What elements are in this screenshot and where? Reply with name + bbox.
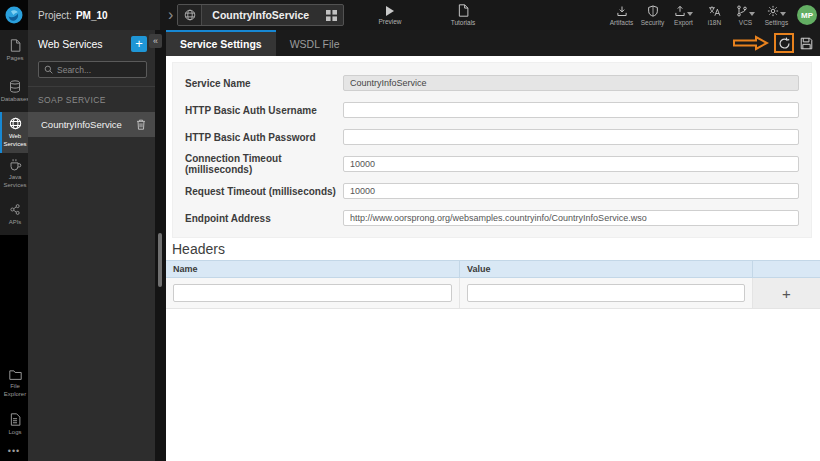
topbar-actions: Artifacts Security Export [606,0,820,30]
service-name-label: Service Name [185,78,343,89]
sidebar-item-logs[interactable]: Logs [0,404,28,445]
annotation-arrow-icon [733,35,769,51]
add-header-button[interactable]: + [780,286,793,301]
request-timeout-input[interactable] [343,183,799,199]
vcs-button[interactable]: VCS [730,0,761,30]
sidebar-item-java-services[interactable]: Java Services [0,153,28,194]
tab-wsdl-file[interactable]: WSDL File [276,30,354,56]
http-basic-auth-username-label: HTTP Basic Auth Username [185,105,343,116]
tutorials-label: Tutorials [451,19,476,26]
sidebar-item-web-services[interactable]: Web Services [0,112,28,153]
i18n-label: i18N [708,19,721,26]
service-settings-content: Service Name HTTP Basic Auth Username HT… [166,56,820,461]
add-service-button[interactable]: + [131,36,147,52]
soap-service-section-label: SOAP SERVICE [28,86,155,112]
artifacts-button[interactable]: Artifacts [606,0,637,30]
download-icon [616,5,628,17]
headers-col-name: Name [166,261,460,278]
translate-icon [708,5,721,17]
header-name-input[interactable] [173,284,452,302]
wavemaker-logo-icon [5,6,23,24]
form-row: HTTP Basic Auth Username [185,97,799,123]
web-services-panel: Web Services + SOAP SERVICE CountryInfoS… [28,30,155,461]
service-item-name: CountryInfoService [41,119,136,130]
preview-button[interactable]: Preview [366,0,414,30]
sidebar-item-databases[interactable]: Databases [0,71,28,112]
service-name-input[interactable] [343,75,799,91]
caret-down-icon [749,12,755,16]
refresh-icon [778,37,791,50]
headers-section-title: Headers [172,241,225,257]
chevron-right-icon: › [168,6,173,24]
sidebar-item-file-explorer[interactable]: File Explorer [0,363,28,404]
vcs-label: VCS [739,19,752,26]
play-icon [386,6,394,16]
header-value-input[interactable] [467,284,745,302]
rail-spacer [0,235,28,363]
search-input[interactable] [57,65,141,75]
service-search[interactable] [38,61,147,78]
rail-label: APIs [9,219,22,227]
tutorials-button[interactable]: Tutorials [438,0,488,30]
form-row: Service Name [185,70,799,96]
rail-label: File Explorer [3,383,27,398]
artifacts-label: Artifacts [610,19,633,26]
caret-down-icon [687,12,693,16]
endpoint-address-input[interactable] [343,210,799,226]
connection-timeout-label: Connection Timeout (milliseconds) [185,153,343,175]
service-settings-form: Service Name HTTP Basic Auth Username HT… [172,62,812,238]
rail-label: Databases [1,96,30,104]
save-service-button[interactable] [797,34,815,52]
settings-button[interactable]: Settings [761,0,792,30]
document-icon [457,4,469,17]
headers-col-value: Value [460,261,753,278]
form-row: Connection Timeout (milliseconds) [185,151,799,177]
caret-down-icon [780,12,786,16]
security-label: Security [641,19,664,26]
gear-icon [767,5,779,17]
settings-label: Settings [765,19,789,26]
collapse-panel-button[interactable]: « [149,34,162,48]
tab-service-settings[interactable]: Service Settings [166,30,276,56]
security-button[interactable]: Security [637,0,668,30]
topbar: Project: PM_10 › CountryInfoService Prev… [0,0,820,30]
api-nodes-icon [9,203,21,216]
http-basic-auth-username-input[interactable] [343,102,799,118]
rail-label: Logs [8,429,21,437]
panel-title: Web Services [38,38,131,50]
upload-icon [674,5,686,17]
form-row: HTTP Basic Auth Password [185,124,799,150]
headers-col-actions [753,261,820,278]
shield-icon [647,5,659,17]
http-basic-auth-password-input[interactable] [343,129,799,145]
preview-label: Preview [378,18,401,25]
reload-service-button[interactable] [775,34,793,52]
panel-scrollbar[interactable] [158,233,162,287]
app-logo[interactable] [0,0,28,30]
more-options-icon[interactable]: ••• [0,445,28,461]
connection-timeout-input[interactable] [343,156,799,172]
branch-icon [736,5,748,17]
headers-table: Name Value + [166,260,820,309]
service-selector[interactable]: CountryInfoService [177,4,344,26]
rail-label: Java Services [3,174,27,189]
project-breadcrumb[interactable]: Project: PM_10 [28,0,160,30]
tabbar: Service Settings WSDL File [166,30,820,56]
sidebar-item-pages[interactable]: Pages [0,30,28,71]
http-basic-auth-password-label: HTTP Basic Auth Password [185,132,343,143]
project-name: PM_10 [76,10,108,21]
search-icon [44,65,53,74]
export-button[interactable]: Export [668,0,699,30]
grid-icon[interactable] [319,5,343,25]
panel-strip: « [155,30,166,461]
sidebar-item-apis[interactable]: APIs [0,194,28,235]
service-list-item[interactable]: CountryInfoService [28,112,155,137]
globe-icon [9,117,22,130]
log-file-icon [9,413,21,426]
export-label: Export [674,19,693,26]
endpoint-address-label: Endpoint Address [185,213,343,224]
form-row: Request Timeout (milliseconds) [185,178,799,204]
trash-icon[interactable] [136,119,146,130]
user-avatar[interactable]: MP [797,5,817,25]
i18n-button[interactable]: i18N [699,0,730,30]
